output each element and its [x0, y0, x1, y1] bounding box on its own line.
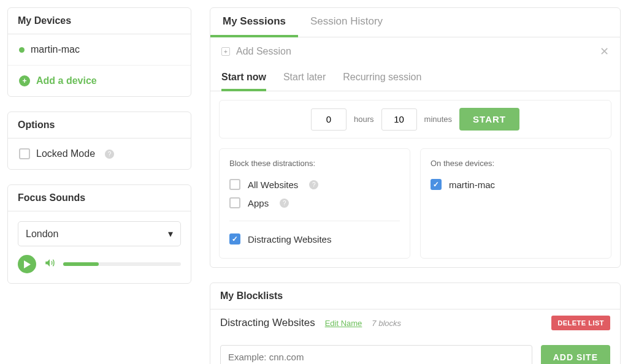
options-header: Options: [8, 112, 191, 138]
tabs-sub: Start now Start later Recurring session: [210, 66, 620, 91]
device-checkbox[interactable]: [431, 179, 442, 190]
all-websites-checkbox[interactable]: [229, 179, 240, 190]
sessions-card: My Sessions Session History + Add Sessio…: [210, 7, 621, 268]
device-row[interactable]: martin-mac: [8, 34, 191, 66]
device-label: martin-mac: [449, 180, 495, 190]
add-site-button[interactable]: ADD SITE: [541, 345, 610, 364]
options-card: Options Locked Mode ?: [7, 112, 191, 170]
focus-sounds-header: Focus Sounds: [8, 185, 191, 211]
add-device-label: Add a device: [36, 75, 97, 86]
all-websites-label: All Websites: [248, 180, 298, 190]
site-input[interactable]: [220, 345, 532, 364]
tab-start-later[interactable]: Start later: [283, 66, 326, 91]
blocklists-card: My Blocklists Distracting Websites Edit …: [210, 282, 621, 364]
play-button[interactable]: [18, 255, 36, 273]
block-title: Block these distractions:: [229, 159, 400, 168]
apps-checkbox[interactable]: [229, 197, 240, 208]
volume-slider[interactable]: [63, 262, 181, 266]
tab-my-sessions[interactable]: My Sessions: [210, 8, 298, 37]
blocklist-name: Distracting Websites: [220, 317, 315, 329]
minutes-input[interactable]: [381, 108, 417, 131]
tab-recurring[interactable]: Recurring session: [343, 66, 421, 91]
locked-mode-row: Locked Mode ?: [8, 138, 191, 169]
plus-icon: +: [19, 75, 30, 86]
apps-label: Apps: [248, 198, 269, 208]
my-devices-header: My Devices: [8, 8, 191, 34]
tab-start-now[interactable]: Start now: [221, 66, 266, 91]
play-icon: [24, 260, 31, 268]
distracting-label: Distracting Websites: [248, 234, 331, 245]
help-icon[interactable]: ?: [105, 150, 114, 159]
delete-list-button[interactable]: DELETE LIST: [551, 316, 610, 330]
add-session-button[interactable]: + Add Session: [221, 46, 291, 57]
add-session-label: Add Session: [236, 46, 291, 57]
blocks-count: 7 blocks: [372, 319, 401, 328]
devices-panel: On these devices: martin-mac: [420, 148, 611, 259]
tab-session-history[interactable]: Session History: [298, 8, 395, 37]
edit-name-link[interactable]: Edit Name: [325, 319, 362, 328]
speaker-icon[interactable]: [44, 257, 56, 271]
status-dot-icon: [19, 47, 25, 53]
volume-fill: [63, 262, 99, 266]
hours-input[interactable]: [311, 108, 347, 131]
help-icon[interactable]: ?: [309, 180, 318, 189]
hours-label: hours: [354, 115, 374, 124]
add-device-button[interactable]: + Add a device: [8, 66, 191, 96]
device-name: martin-mac: [31, 44, 80, 55]
sound-select[interactable]: London ▾: [18, 221, 181, 246]
locked-mode-checkbox[interactable]: [19, 148, 30, 159]
sound-selected: London: [26, 229, 58, 240]
my-devices-card: My Devices martin-mac + Add a device: [7, 7, 191, 97]
start-button[interactable]: START: [459, 108, 519, 131]
time-row: hours minutes START: [219, 100, 611, 138]
tabs-top: My Sessions Session History: [210, 8, 620, 37]
plus-icon: +: [221, 47, 230, 56]
minutes-label: minutes: [424, 115, 453, 124]
focus-sounds-card: Focus Sounds London ▾: [7, 184, 191, 284]
locked-mode-label: Locked Mode: [36, 148, 95, 159]
devices-title: On these devices:: [431, 159, 601, 168]
distractions-panel: Block these distractions: All Websites ?…: [219, 148, 410, 259]
close-icon[interactable]: ✕: [600, 45, 609, 58]
distracting-checkbox[interactable]: [229, 233, 240, 245]
blocklists-header: My Blocklists: [210, 283, 620, 309]
chevron-down-icon: ▾: [168, 228, 173, 240]
help-icon[interactable]: ?: [280, 199, 289, 208]
